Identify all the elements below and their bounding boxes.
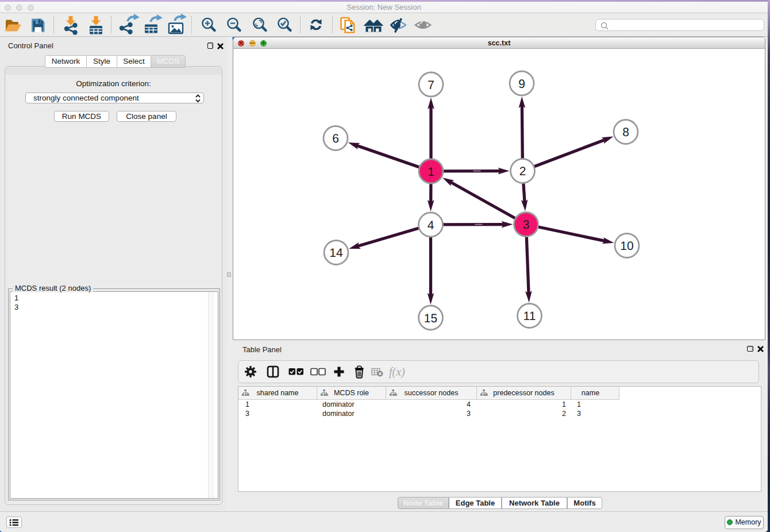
svg-text:10: 10 [620, 240, 633, 253]
svg-text:2: 2 [519, 165, 526, 178]
svg-text:8: 8 [622, 126, 629, 139]
svg-text:14: 14 [329, 246, 343, 260]
svg-text:9: 9 [518, 78, 525, 91]
svg-text:4: 4 [428, 219, 434, 232]
svg-text:3: 3 [523, 218, 530, 232]
svg-text:1: 1 [428, 165, 434, 179]
svg-text:7: 7 [428, 79, 434, 92]
svg-text:11: 11 [523, 310, 536, 323]
svg-text:15: 15 [424, 312, 437, 325]
svg-text:6: 6 [332, 132, 339, 145]
svg-text:f(x): f(x) [389, 365, 405, 379]
